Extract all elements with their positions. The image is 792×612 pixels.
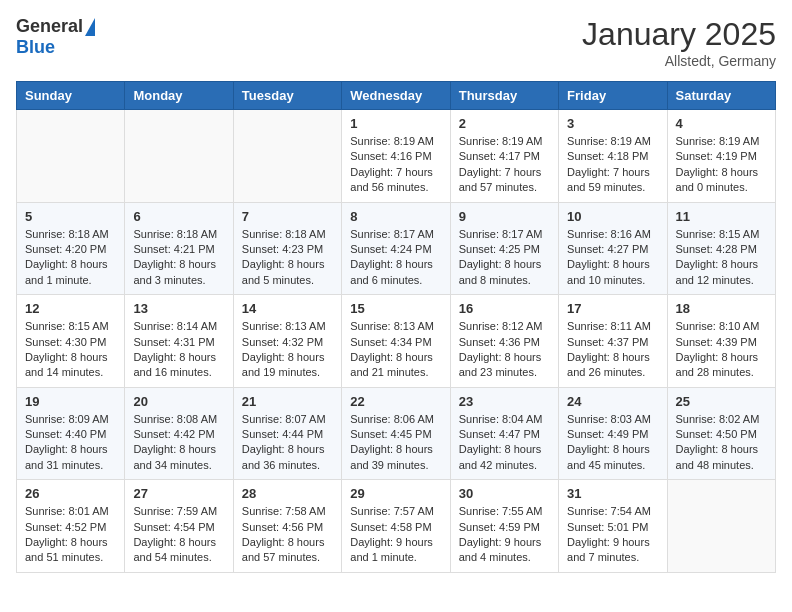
weekday-header-monday: Monday	[125, 82, 233, 110]
day-detail: Sunrise: 8:19 AMSunset: 4:18 PMDaylight:…	[567, 134, 658, 196]
day-detail: Sunrise: 8:15 AMSunset: 4:30 PMDaylight:…	[25, 319, 116, 381]
day-detail: Sunrise: 8:18 AMSunset: 4:20 PMDaylight:…	[25, 227, 116, 289]
logo-triangle-icon	[85, 18, 95, 36]
day-detail: Sunrise: 8:04 AMSunset: 4:47 PMDaylight:…	[459, 412, 550, 474]
logo-blue-text: Blue	[16, 37, 55, 58]
day-detail: Sunrise: 8:08 AMSunset: 4:42 PMDaylight:…	[133, 412, 224, 474]
page-header: General Blue January 2025 Allstedt, Germ…	[16, 16, 776, 69]
logo: General Blue	[16, 16, 95, 58]
weekday-header-wednesday: Wednesday	[342, 82, 450, 110]
day-detail: Sunrise: 8:07 AMSunset: 4:44 PMDaylight:…	[242, 412, 333, 474]
day-detail: Sunrise: 8:15 AMSunset: 4:28 PMDaylight:…	[676, 227, 767, 289]
day-number: 5	[25, 209, 116, 224]
location-subtitle: Allstedt, Germany	[582, 53, 776, 69]
day-detail: Sunrise: 8:17 AMSunset: 4:25 PMDaylight:…	[459, 227, 550, 289]
calendar-cell	[125, 110, 233, 203]
weekday-header-tuesday: Tuesday	[233, 82, 341, 110]
day-number: 19	[25, 394, 116, 409]
calendar-cell: 5Sunrise: 8:18 AMSunset: 4:20 PMDaylight…	[17, 202, 125, 295]
day-number: 26	[25, 486, 116, 501]
day-detail: Sunrise: 8:18 AMSunset: 4:23 PMDaylight:…	[242, 227, 333, 289]
day-number: 4	[676, 116, 767, 131]
calendar-cell: 23Sunrise: 8:04 AMSunset: 4:47 PMDayligh…	[450, 387, 558, 480]
day-detail: Sunrise: 8:09 AMSunset: 4:40 PMDaylight:…	[25, 412, 116, 474]
day-detail: Sunrise: 8:12 AMSunset: 4:36 PMDaylight:…	[459, 319, 550, 381]
day-detail: Sunrise: 8:06 AMSunset: 4:45 PMDaylight:…	[350, 412, 441, 474]
weekday-header-saturday: Saturday	[667, 82, 775, 110]
day-number: 27	[133, 486, 224, 501]
day-detail: Sunrise: 8:19 AMSunset: 4:19 PMDaylight:…	[676, 134, 767, 196]
day-number: 24	[567, 394, 658, 409]
day-number: 30	[459, 486, 550, 501]
calendar-cell	[667, 480, 775, 573]
calendar-cell: 21Sunrise: 8:07 AMSunset: 4:44 PMDayligh…	[233, 387, 341, 480]
calendar-cell: 6Sunrise: 8:18 AMSunset: 4:21 PMDaylight…	[125, 202, 233, 295]
day-number: 15	[350, 301, 441, 316]
day-number: 1	[350, 116, 441, 131]
day-number: 7	[242, 209, 333, 224]
day-number: 31	[567, 486, 658, 501]
calendar-table: SundayMondayTuesdayWednesdayThursdayFrid…	[16, 81, 776, 573]
day-number: 18	[676, 301, 767, 316]
weekday-header-friday: Friday	[559, 82, 667, 110]
day-number: 6	[133, 209, 224, 224]
day-detail: Sunrise: 8:10 AMSunset: 4:39 PMDaylight:…	[676, 319, 767, 381]
day-detail: Sunrise: 7:55 AMSunset: 4:59 PMDaylight:…	[459, 504, 550, 566]
day-detail: Sunrise: 8:14 AMSunset: 4:31 PMDaylight:…	[133, 319, 224, 381]
day-detail: Sunrise: 8:19 AMSunset: 4:16 PMDaylight:…	[350, 134, 441, 196]
calendar-cell: 16Sunrise: 8:12 AMSunset: 4:36 PMDayligh…	[450, 295, 558, 388]
day-detail: Sunrise: 8:19 AMSunset: 4:17 PMDaylight:…	[459, 134, 550, 196]
day-detail: Sunrise: 8:13 AMSunset: 4:34 PMDaylight:…	[350, 319, 441, 381]
weekday-header-thursday: Thursday	[450, 82, 558, 110]
day-number: 28	[242, 486, 333, 501]
day-number: 13	[133, 301, 224, 316]
title-block: January 2025 Allstedt, Germany	[582, 16, 776, 69]
day-number: 20	[133, 394, 224, 409]
day-number: 14	[242, 301, 333, 316]
calendar-cell: 12Sunrise: 8:15 AMSunset: 4:30 PMDayligh…	[17, 295, 125, 388]
calendar-cell: 20Sunrise: 8:08 AMSunset: 4:42 PMDayligh…	[125, 387, 233, 480]
calendar-cell: 27Sunrise: 7:59 AMSunset: 4:54 PMDayligh…	[125, 480, 233, 573]
day-number: 22	[350, 394, 441, 409]
day-detail: Sunrise: 8:01 AMSunset: 4:52 PMDaylight:…	[25, 504, 116, 566]
calendar-header-row: SundayMondayTuesdayWednesdayThursdayFrid…	[17, 82, 776, 110]
calendar-week-row: 5Sunrise: 8:18 AMSunset: 4:20 PMDaylight…	[17, 202, 776, 295]
calendar-week-row: 26Sunrise: 8:01 AMSunset: 4:52 PMDayligh…	[17, 480, 776, 573]
weekday-header-sunday: Sunday	[17, 82, 125, 110]
calendar-cell: 24Sunrise: 8:03 AMSunset: 4:49 PMDayligh…	[559, 387, 667, 480]
day-detail: Sunrise: 8:16 AMSunset: 4:27 PMDaylight:…	[567, 227, 658, 289]
calendar-cell: 2Sunrise: 8:19 AMSunset: 4:17 PMDaylight…	[450, 110, 558, 203]
day-number: 23	[459, 394, 550, 409]
day-detail: Sunrise: 8:02 AMSunset: 4:50 PMDaylight:…	[676, 412, 767, 474]
calendar-week-row: 12Sunrise: 8:15 AMSunset: 4:30 PMDayligh…	[17, 295, 776, 388]
day-number: 17	[567, 301, 658, 316]
calendar-week-row: 1Sunrise: 8:19 AMSunset: 4:16 PMDaylight…	[17, 110, 776, 203]
day-detail: Sunrise: 7:54 AMSunset: 5:01 PMDaylight:…	[567, 504, 658, 566]
calendar-cell: 22Sunrise: 8:06 AMSunset: 4:45 PMDayligh…	[342, 387, 450, 480]
calendar-cell: 25Sunrise: 8:02 AMSunset: 4:50 PMDayligh…	[667, 387, 775, 480]
month-title: January 2025	[582, 16, 776, 53]
day-number: 21	[242, 394, 333, 409]
calendar-cell: 1Sunrise: 8:19 AMSunset: 4:16 PMDaylight…	[342, 110, 450, 203]
day-number: 9	[459, 209, 550, 224]
calendar-cell: 13Sunrise: 8:14 AMSunset: 4:31 PMDayligh…	[125, 295, 233, 388]
day-number: 3	[567, 116, 658, 131]
calendar-cell: 3Sunrise: 8:19 AMSunset: 4:18 PMDaylight…	[559, 110, 667, 203]
day-detail: Sunrise: 8:13 AMSunset: 4:32 PMDaylight:…	[242, 319, 333, 381]
day-number: 10	[567, 209, 658, 224]
calendar-cell: 17Sunrise: 8:11 AMSunset: 4:37 PMDayligh…	[559, 295, 667, 388]
calendar-cell: 9Sunrise: 8:17 AMSunset: 4:25 PMDaylight…	[450, 202, 558, 295]
logo-general-text: General	[16, 16, 83, 37]
calendar-cell: 11Sunrise: 8:15 AMSunset: 4:28 PMDayligh…	[667, 202, 775, 295]
day-number: 12	[25, 301, 116, 316]
calendar-cell	[233, 110, 341, 203]
calendar-cell: 26Sunrise: 8:01 AMSunset: 4:52 PMDayligh…	[17, 480, 125, 573]
calendar-cell: 29Sunrise: 7:57 AMSunset: 4:58 PMDayligh…	[342, 480, 450, 573]
calendar-cell: 4Sunrise: 8:19 AMSunset: 4:19 PMDaylight…	[667, 110, 775, 203]
day-detail: Sunrise: 8:03 AMSunset: 4:49 PMDaylight:…	[567, 412, 658, 474]
day-detail: Sunrise: 8:18 AMSunset: 4:21 PMDaylight:…	[133, 227, 224, 289]
day-number: 25	[676, 394, 767, 409]
calendar-cell: 18Sunrise: 8:10 AMSunset: 4:39 PMDayligh…	[667, 295, 775, 388]
calendar-cell	[17, 110, 125, 203]
calendar-cell: 14Sunrise: 8:13 AMSunset: 4:32 PMDayligh…	[233, 295, 341, 388]
